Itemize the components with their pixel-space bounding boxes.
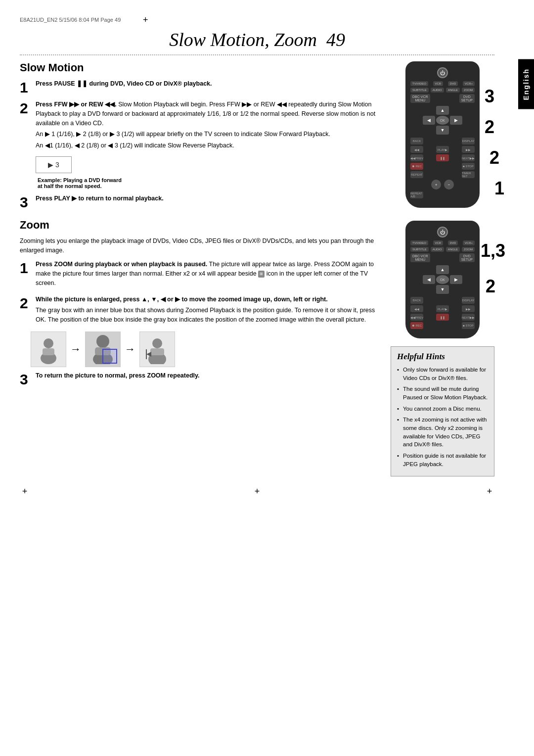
svg-rect-8 xyxy=(150,348,164,355)
remote1-dvdmenu: DVDSETUP xyxy=(459,94,475,103)
zoom-heading: Zoom xyxy=(20,219,381,232)
remote1-repeatab: REPEAT A/B xyxy=(410,191,423,198)
remote2-play: PLAY▶ xyxy=(436,305,449,312)
remote2-display: DISPLAY xyxy=(462,297,475,304)
slow-motion-step2: 2 Press FFW ▶▶ or REW ◀◀. Slow Motion Pl… xyxy=(20,100,381,189)
remote2-stop: ■ STOP xyxy=(462,322,475,329)
remote2-next: NEXT▶▶ xyxy=(462,314,475,321)
remote1-ch-plus: + xyxy=(431,180,441,189)
remote1-power-row: ⏻ xyxy=(410,67,475,78)
remote2-pause: ❚❚ xyxy=(436,314,449,321)
zoom-step1-content: Press ZOOM during playback or when playb… xyxy=(36,260,381,289)
remote1-stop: ■ STOP xyxy=(462,163,475,170)
remote2-dvd: DVD xyxy=(448,240,458,245)
remote1-angle: ANGLE xyxy=(446,88,460,93)
step3-text: Press PLAY ▶ to return to normal playbac… xyxy=(36,195,164,202)
remote1-back: BACK xyxy=(410,138,423,144)
remote1-label-2b: 2 xyxy=(490,147,504,168)
remote1-right: ▶ xyxy=(450,116,462,125)
example-caption: Example: Playing a DVD forward at half t… xyxy=(38,177,381,189)
remote1-repeat: REPEAT xyxy=(410,171,423,178)
zoom-step3-number: 3 xyxy=(20,372,31,387)
remote1-vcrplus: VCR+ xyxy=(463,81,475,86)
step1-number: 1 xyxy=(20,80,31,95)
zoom-step3-text: To return the picture to normal, press Z… xyxy=(36,372,200,379)
hint-item-5: Position guide is not available for JPEG… xyxy=(397,452,488,468)
remote2-ffwd: ▶▶ xyxy=(462,305,475,312)
step2-line2: An ▶ 1 (1/16), ▶ 2 (1/8) or ▶ 3 (1/2) wi… xyxy=(36,130,381,139)
remote2-transport-row3: ◀◀PREV ❚❚ NEXT▶▶ xyxy=(410,314,475,321)
slow-motion-section: Slow Motion 1 Press PAUSE ❚❚ during DVD,… xyxy=(20,61,381,210)
remote2-prev: ◀◀PREV xyxy=(410,314,423,321)
page-title: Slow Motion, Zoom 49 xyxy=(169,29,345,50)
hint-item-4: The x4 zooming is not active with some d… xyxy=(397,416,488,449)
zoom-step1-intro: Press ZOOM during playback or when playb… xyxy=(36,261,207,268)
remote1-tvvideo: TV/VIDEO xyxy=(410,81,428,86)
remote2-label-2: 2 xyxy=(486,276,505,297)
zoom-step3-content: To return the picture to normal, press Z… xyxy=(36,371,381,382)
remote1-label-1: 1 xyxy=(494,178,504,199)
right-column: 3 2 2 1 ⏻ TV/VIDEO VCR DVD VCR+ xyxy=(391,61,494,476)
remote2-right: ▶ xyxy=(450,275,462,284)
remote1-display: DISPLAY xyxy=(462,138,475,144)
remote2-source-row: TV/VIDEO VCR DVD VCR+ xyxy=(410,240,475,245)
hint-item-2: The sound will be mute during Paused or … xyxy=(397,385,488,401)
remote1-rew: ◀◀ xyxy=(410,146,423,153)
step1-content: Press PAUSE ❚❚ during DVD, Video CD or D… xyxy=(36,79,381,91)
step1-text: Press PAUSE ❚❚ during DVD, Video CD or D… xyxy=(36,80,212,87)
zoom-image-3 xyxy=(139,331,175,367)
remote2-body: ⏻ TV/VIDEO VCR DVD VCR+ SUBTITLE AUDIO A… xyxy=(405,221,480,338)
remote1-repeat-row: REPEAT TIMER SET xyxy=(410,171,475,178)
zoom-step1-number: 1 xyxy=(20,261,31,276)
zoom-step2-intro: While the picture is enlarged, press ▲, … xyxy=(36,296,328,303)
zoom-arrow-2: → xyxy=(125,343,135,356)
remote1-zoom: ZOOM xyxy=(462,88,475,93)
remote1-left: ◀ xyxy=(423,116,435,125)
remote1-timerset: TIMER SET xyxy=(462,171,475,178)
step3-number: 3 xyxy=(20,195,31,210)
step2-intro: Press FFW ▶▶ or REW ◀◀. xyxy=(36,101,117,108)
english-tab: English xyxy=(518,59,534,109)
example-caption-line1: Example: Playing a DVD forward xyxy=(38,177,122,183)
remote1-prev: ◀◀PREV xyxy=(410,154,423,161)
remote1-ffwd: ▶▶ xyxy=(462,146,475,153)
remote1-down: ▼ xyxy=(436,126,448,135)
remote1-transport-row2: ◀◀ PLAY▶ ▶▶ xyxy=(410,146,475,153)
remote2-ok: OK xyxy=(436,275,448,284)
remote2-tvvideo: TV/VIDEO xyxy=(410,240,428,245)
remote2-audio: AUDIO xyxy=(431,247,444,252)
remote2-transport-row1: BACK DISPLAY xyxy=(410,297,475,304)
slow-motion-step3: 3 Press PLAY ▶ to return to normal playb… xyxy=(20,194,381,210)
remote2-up: ▲ xyxy=(436,265,448,274)
step3-content: Press PLAY ▶ to return to normal playbac… xyxy=(36,194,381,205)
remote1-dbcvcr: DBC·VCRMENU xyxy=(410,94,430,103)
remote1-up: ▲ xyxy=(436,106,448,115)
helpful-hints-list: Only slow forward is available for Video… xyxy=(397,366,488,468)
zoom-section: Zoom Zooming lets you enlarge the playba… xyxy=(20,219,381,387)
zoom-step2-body: The gray box with an inner blue box that… xyxy=(36,306,381,325)
remote2-label-13: 1,3 xyxy=(481,240,505,261)
slow-motion-step1: 1 Press PAUSE ❚❚ during DVD, Video CD or… xyxy=(20,79,381,95)
svg-rect-2 xyxy=(43,348,54,355)
remote2-dbcvcr: DBC·VCRMENU xyxy=(410,253,430,262)
example-caption-line2: at half the normal speed. xyxy=(38,183,102,189)
remote2-subtitle: SUBTITLE xyxy=(410,247,429,252)
remote1-vol-row: + − xyxy=(410,180,475,189)
remote1-dvd: DVD xyxy=(448,81,458,86)
person-icon-1 xyxy=(34,334,63,364)
example-box-text: ▶ 3 xyxy=(48,161,59,169)
remote2-rew: ◀◀ xyxy=(410,305,423,312)
example-box: ▶ 3 xyxy=(36,156,72,173)
remote2-power-btn: ⏻ xyxy=(437,227,448,237)
remote1-dpad: ▲ ◀ OK ▶ ▼ xyxy=(423,106,462,135)
svg-point-6 xyxy=(152,338,162,348)
bottom-center-crosshair xyxy=(252,486,262,496)
remote2-subtitle-row: SUBTITLE AUDIO ANGLE ZOOM xyxy=(410,247,475,252)
remote1-rec-row: ⏺ REC ■ STOP xyxy=(410,163,475,170)
zoom-step2-content: While the picture is enlarged, press ▲, … xyxy=(36,295,381,327)
remote1-next: NEXT▶▶ xyxy=(462,154,475,161)
remote2-step-labels: 1,3 2 xyxy=(481,240,505,297)
zoom-arrow-1: → xyxy=(70,343,81,356)
remote1-container: 3 2 2 1 ⏻ TV/VIDEO VCR DVD VCR+ xyxy=(405,61,480,208)
zoom-images: → → xyxy=(31,331,381,367)
